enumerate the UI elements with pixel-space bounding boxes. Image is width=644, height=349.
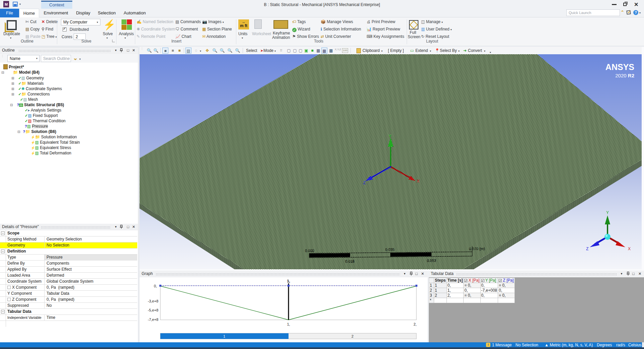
svg-text:Z: Z bbox=[363, 180, 366, 185]
svg-text:2020 R2: 2020 R2 bbox=[615, 73, 634, 78]
svg-text:0,: 0, bbox=[154, 284, 157, 288]
svg-text:ANSYS: ANSYS bbox=[606, 62, 634, 72]
svg-text:0.000: 0.000 bbox=[305, 249, 314, 253]
svg-text:X: X bbox=[417, 179, 420, 184]
svg-text:Y: Y bbox=[606, 210, 609, 215]
svg-text:0.018: 0.018 bbox=[345, 259, 354, 263]
svg-text:-7,e+8: -7,e+8 bbox=[148, 318, 159, 322]
svg-text:0.035: 0.035 bbox=[385, 248, 395, 252]
svg-text:X: X bbox=[628, 247, 631, 251]
svg-text:-5,e+8: -5,e+8 bbox=[148, 308, 159, 312]
svg-text:2,: 2, bbox=[413, 322, 416, 326]
svg-text:0.053: 0.053 bbox=[427, 259, 436, 263]
svg-text:2: 2 bbox=[351, 334, 353, 338]
svg-text:1,: 1, bbox=[287, 279, 290, 283]
svg-text:1,: 1, bbox=[287, 322, 290, 326]
svg-text:Y: Y bbox=[389, 134, 392, 139]
svg-text:0.070 (m): 0.070 (m) bbox=[469, 247, 485, 251]
svg-text:Z: Z bbox=[586, 247, 588, 251]
svg-text:1: 1 bbox=[223, 334, 225, 338]
svg-text:-3,e+8: -3,e+8 bbox=[148, 299, 159, 303]
